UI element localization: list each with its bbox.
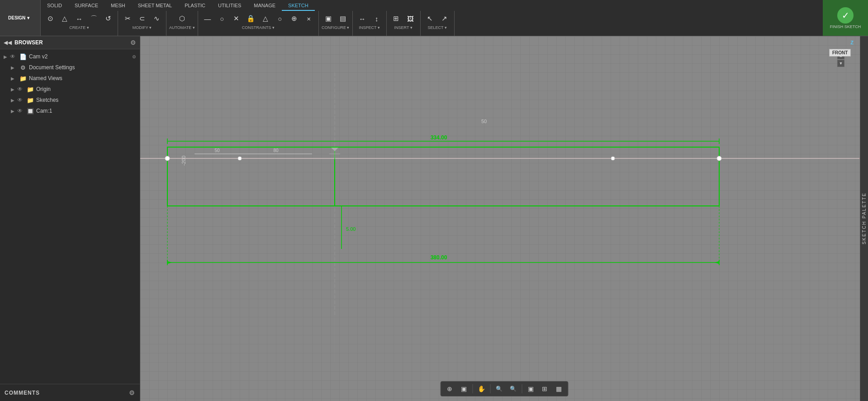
tool-icon-constraints-5[interactable]: ○ <box>273 12 287 25</box>
tree-item-cam1[interactable]: ▶👁🔲Cam:1 <box>0 105 140 116</box>
toolbar-group-label-create[interactable]: CREATE <box>69 25 89 30</box>
menu-tab-utilities[interactable]: UTILITIES <box>212 1 247 11</box>
comments-label: COMMENTS <box>5 390 40 396</box>
tree-item-doc-settings[interactable]: ▶⚙Document Settings <box>0 62 140 73</box>
tool-icon-constraints-0[interactable]: — <box>201 12 214 25</box>
tool-icon-modify-2[interactable]: ∿ <box>150 12 163 25</box>
top-menu-bar: DESIGN ▾ SOLIDSURFACEMESHSHEET METALPLAS… <box>0 0 868 36</box>
tool-icon-constraints-7[interactable]: × <box>302 12 316 25</box>
tool-icon-inspect-0[interactable]: ↔ <box>356 12 369 25</box>
tree-icon-sketches: 📁 <box>26 96 34 104</box>
tool-icon-inspect-1[interactable]: ↕ <box>370 12 384 25</box>
svg-point-9 <box>165 156 170 161</box>
tool-icon-constraints-1[interactable]: ○ <box>215 12 229 25</box>
svg-text:80: 80 <box>273 148 279 153</box>
tool-icon-create-2[interactable]: ↔ <box>72 12 86 25</box>
canvas-area[interactable]: -200 50 80 5.00 50 334.00 380.00 SKETCH … <box>140 36 868 401</box>
tree-icon-cam1: 🔲 <box>26 107 34 115</box>
tree-eye-cam-v2[interactable]: 👁 <box>10 53 15 60</box>
grid-snap-button[interactable]: ⊞ <box>538 382 551 395</box>
browser-settings-icon[interactable]: ⚙ <box>130 39 136 46</box>
tree-arrow-named-views[interactable]: ▶ <box>11 76 17 81</box>
tree-eye-cam1[interactable]: 👁 <box>17 108 23 114</box>
menu-tab-sheet-metal[interactable]: SHEET METAL <box>132 1 178 11</box>
menu-tab-manage[interactable]: MANAGE <box>247 1 282 11</box>
menu-tab-mesh[interactable]: MESH <box>104 1 132 11</box>
grid-display-button[interactable]: ▣ <box>457 382 470 395</box>
tree-eye-origin[interactable]: 👁 <box>17 86 23 92</box>
svg-marker-19 <box>167 261 172 264</box>
svg-text:-200: -200 <box>181 156 186 166</box>
menu-tab-plastic[interactable]: PLASTIC <box>178 1 212 11</box>
tree-item-named-views[interactable]: ▶📁Named Views <box>0 73 140 84</box>
tool-icon-constraints-3[interactable]: 🔒 <box>244 12 258 25</box>
zoom-button[interactable]: 🔍 <box>493 382 505 395</box>
sketch-palette[interactable]: SKETCH PALETTE <box>860 36 868 401</box>
tool-icon-constraints-2[interactable]: ✕ <box>230 12 243 25</box>
browser-collapse-arrow[interactable]: ◀◀ <box>4 39 12 46</box>
tree-eye-sketches[interactable]: 👁 <box>17 97 23 103</box>
z-axis-label: Z <box>850 40 854 45</box>
tool-icon-select-1[interactable]: ↗ <box>438 12 451 25</box>
design-arrow: ▾ <box>27 15 29 20</box>
tool-icon-create-0[interactable]: ⊙ <box>43 12 57 25</box>
tool-icon-insert-1[interactable]: 🖼 <box>404 12 417 25</box>
svg-point-12 <box>717 156 721 161</box>
view-cube[interactable]: Z FRONT ▲ ▼ <box>827 40 854 67</box>
comments-bar[interactable]: COMMENTS ⚙ <box>0 384 140 401</box>
finish-sketch-button[interactable]: ✓ FINISH SKETCH <box>823 0 868 36</box>
snap-button[interactable]: ⊕ <box>443 382 456 395</box>
toolbar-group-label-select[interactable]: SELECT <box>428 25 447 30</box>
tool-icon-modify-0[interactable]: ✂ <box>121 12 134 25</box>
tree-extra-cam-v2[interactable]: ⚙ <box>132 54 136 59</box>
toolbar-group-constraints: —○✕🔒△○⊕×CONSTRAINTS <box>198 11 319 36</box>
toolbar-group-label-automate[interactable]: AUTOMATE <box>169 25 195 30</box>
pan-button[interactable]: ✋ <box>475 382 488 395</box>
toolbar-group-label-configure[interactable]: CONFIGURE <box>322 25 350 30</box>
toolbar-group-label-constraints[interactable]: CONSTRAINTS <box>242 25 275 30</box>
tool-icon-configure-0[interactable]: ▣ <box>322 12 335 25</box>
tree-arrow-cam1[interactable]: ▶ <box>11 109 17 114</box>
tree-icon-named-views: 📁 <box>19 74 27 82</box>
tool-icon-insert-0[interactable]: ⊞ <box>389 12 403 25</box>
tree-arrow-cam-v2[interactable]: ▶ <box>4 54 10 59</box>
tool-icon-select-0[interactable]: ↖ <box>423 12 437 25</box>
tree-arrow-sketches[interactable]: ▶ <box>11 98 17 103</box>
front-view-label[interactable]: FRONT <box>829 49 851 57</box>
toolbar-group-label-modify[interactable]: MODIFY <box>133 25 152 30</box>
tool-icon-configure-1[interactable]: ▤ <box>336 12 350 25</box>
tool-icon-modify-1[interactable]: ⊂ <box>135 12 149 25</box>
view-options-button[interactable]: ▣ <box>524 382 537 395</box>
finish-sketch-icon: ✓ <box>837 7 854 24</box>
tree-arrow-origin[interactable]: ▶ <box>11 87 17 92</box>
svg-marker-20 <box>715 261 719 264</box>
toolbar-groups: ⊙△↔⌒↺CREATE✂⊂∿MODIFY⬡AUTOMATE—○✕🔒△○⊕×CON… <box>41 11 823 36</box>
toolbar-group-inspect: ↔↕INSPECT <box>353 11 387 36</box>
tree-item-cam-v2[interactable]: ▶👁📄Cam v2⚙ <box>0 51 140 62</box>
toolbar-group-select: ↖↗SELECT <box>421 11 455 36</box>
design-button[interactable]: DESIGN ▾ <box>0 0 41 36</box>
tool-icon-create-4[interactable]: ↺ <box>101 12 115 25</box>
menu-tab-solid[interactable]: SOLID <box>41 1 68 11</box>
menu-tab-sketch[interactable]: SKETCH <box>282 1 315 11</box>
tool-icon-automate-0[interactable]: ⬡ <box>175 12 189 25</box>
sidebar: ◀◀ BROWSER ⚙ ▶👁📄Cam v2⚙▶⚙Document Settin… <box>0 36 140 401</box>
zoom-out-button[interactable]: 🔍 <box>507 382 519 395</box>
comments-settings-icon[interactable]: ⚙ <box>129 389 135 396</box>
tool-icon-constraints-4[interactable]: △ <box>259 12 272 25</box>
tool-icon-create-3[interactable]: ⌒ <box>87 12 100 25</box>
tool-icon-create-1[interactable]: △ <box>58 12 71 25</box>
tool-icon-constraints-6[interactable]: ⊕ <box>288 12 301 25</box>
tree-icon-origin: 📁 <box>26 85 34 93</box>
menu-tab-surface[interactable]: SURFACE <box>68 1 104 11</box>
tree-item-sketches[interactable]: ▶👁📁Sketches <box>0 95 140 105</box>
tree-item-origin[interactable]: ▶👁📁Origin <box>0 84 140 95</box>
tree-icon-cam-v2: 📄 <box>19 53 27 61</box>
toolbar-group-label-insert[interactable]: INSERT <box>394 25 413 30</box>
nav-arrow-down[interactable]: ▼ <box>837 60 844 67</box>
toolbar-group-automate: ⬡AUTOMATE <box>166 11 198 36</box>
toolbar-group-label-inspect[interactable]: INSPECT <box>359 25 380 30</box>
display-options-button[interactable]: ▦ <box>552 382 565 395</box>
tree-arrow-doc-settings[interactable]: ▶ <box>11 65 17 70</box>
sketch-svg: -200 50 80 5.00 50 334.00 380.00 <box>140 36 868 401</box>
